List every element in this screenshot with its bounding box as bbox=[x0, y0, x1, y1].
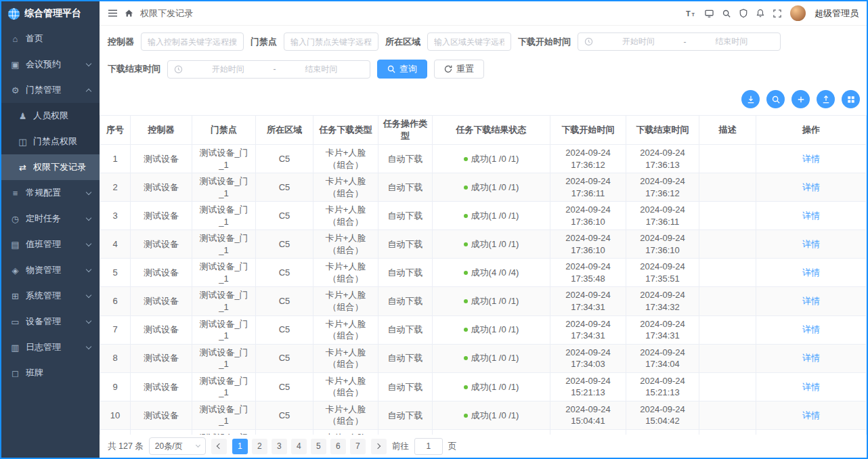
svg-text:T: T bbox=[686, 9, 691, 18]
page-button-2[interactable]: 2 bbox=[252, 439, 267, 454]
sidebar-item-label: 定时任务 bbox=[26, 213, 81, 225]
cell-status: 成功(1 /0 /1) bbox=[433, 287, 550, 315]
monitor-icon[interactable] bbox=[705, 9, 714, 18]
reset-button[interactable]: 重置 bbox=[434, 60, 484, 79]
cell-download-type: 卡片+人脸（组合） bbox=[313, 429, 378, 435]
sidebar-item-home[interactable]: ⌂首页 bbox=[1, 26, 100, 51]
sidebar-item-transfer[interactable]: ⇄权限下发记录 bbox=[1, 154, 100, 180]
status-success-dot bbox=[464, 299, 468, 303]
column-header: 任务下载结果状态 bbox=[433, 116, 550, 145]
download-end-range-picker[interactable]: 开始时间 - 结束时间 bbox=[167, 60, 370, 79]
cell-end-time: 2024-09-24 15:04:42 bbox=[626, 401, 699, 429]
goto-page-input[interactable] bbox=[414, 438, 443, 455]
sidebar-item-log[interactable]: ▥日志管理 bbox=[1, 334, 100, 360]
page-button-5[interactable]: 5 bbox=[311, 439, 326, 454]
grid-button[interactable] bbox=[842, 90, 860, 108]
controller-input[interactable] bbox=[141, 32, 244, 51]
sidebar-item-timer[interactable]: ◷定时任务 bbox=[1, 206, 100, 232]
cell-download-type: 卡片+人脸（组合） bbox=[313, 202, 378, 230]
download-button[interactable] bbox=[741, 90, 760, 108]
sidebar-item-label: 权限下发记录 bbox=[33, 161, 91, 173]
detail-link[interactable]: 详情 bbox=[802, 182, 820, 192]
upload-button[interactable] bbox=[817, 90, 835, 108]
prev-page-button[interactable] bbox=[211, 439, 227, 454]
search-button[interactable] bbox=[766, 90, 785, 108]
sidebar-item-device[interactable]: ▭设备管理 bbox=[1, 309, 100, 334]
user-menu[interactable]: 超级管理员 bbox=[815, 7, 859, 20]
detail-link[interactable]: 详情 bbox=[802, 211, 820, 221]
cell-operation-type: 自动下载 bbox=[378, 230, 433, 259]
cell-area: C5 bbox=[256, 259, 313, 287]
home-icon[interactable] bbox=[125, 9, 133, 18]
door-input[interactable] bbox=[284, 32, 378, 51]
access-icon: ⚙ bbox=[10, 85, 20, 95]
detail-link[interactable]: 详情 bbox=[802, 410, 820, 420]
cell-description bbox=[699, 344, 756, 372]
status-success-dot bbox=[464, 328, 468, 332]
page-button-4[interactable]: 4 bbox=[291, 439, 307, 454]
menu-toggle-icon[interactable] bbox=[108, 9, 118, 18]
chevron-down-icon bbox=[86, 266, 91, 271]
status-success-dot bbox=[464, 356, 468, 360]
download-start-range-picker[interactable]: 开始时间 - 结束时间 bbox=[578, 32, 781, 51]
search-icon[interactable] bbox=[722, 9, 731, 18]
page-button-3[interactable]: 3 bbox=[272, 439, 287, 454]
sidebar-item-door[interactable]: ◫门禁点权限 bbox=[1, 129, 100, 154]
detail-link[interactable]: 详情 bbox=[802, 267, 820, 278]
area-input[interactable] bbox=[427, 32, 511, 51]
page-suffix: 页 bbox=[448, 441, 457, 452]
cell-index: 2 bbox=[100, 173, 131, 202]
notification-icon[interactable] bbox=[756, 9, 764, 18]
fullscreen-icon[interactable] bbox=[773, 9, 781, 18]
sidebar-item-system[interactable]: ⊞系统管理 bbox=[1, 283, 100, 309]
sidebar-item-person[interactable]: ♟人员权限 bbox=[1, 103, 100, 129]
detail-link[interactable]: 详情 bbox=[802, 154, 820, 164]
sidebar-item-config[interactable]: ≡常规配置 bbox=[1, 180, 100, 206]
detail-link[interactable]: 详情 bbox=[802, 296, 820, 306]
cell-description bbox=[699, 145, 756, 173]
reset-button-label: 重置 bbox=[456, 63, 474, 75]
cell-index: 3 bbox=[100, 202, 131, 230]
sidebar-item-duty[interactable]: ▤值班管理 bbox=[1, 232, 100, 257]
cell-end-time: 2024-09-24 17:34:04 bbox=[626, 344, 699, 372]
meeting-icon: ▣ bbox=[10, 60, 20, 70]
status-text: 成功(1 /0 /1) bbox=[471, 239, 519, 249]
app-logo: 综合管理平台 bbox=[1, 1, 100, 26]
detail-link[interactable]: 详情 bbox=[802, 239, 820, 249]
sidebar-item-board[interactable]: ◻班牌 bbox=[1, 360, 100, 386]
sidebar-item-material[interactable]: ◈物资管理 bbox=[1, 257, 100, 283]
table-row: 5 测试设备 测试设备_门_1 C5 卡片+人脸（组合） 自动下载 成功(4 /… bbox=[100, 259, 867, 287]
detail-link[interactable]: 详情 bbox=[802, 382, 820, 392]
add-button[interactable] bbox=[791, 90, 810, 108]
font-size-icon[interactable]: TT bbox=[686, 9, 696, 18]
refresh-icon bbox=[444, 65, 452, 73]
cell-action: 详情 bbox=[756, 202, 867, 230]
page-button-6[interactable]: 6 bbox=[330, 439, 346, 454]
table-row: 10 测试设备 测试设备_门_1 C5 卡片+人脸（组合） 自动下载 成功(1 … bbox=[100, 401, 867, 429]
page-button-7[interactable]: 7 bbox=[350, 439, 366, 454]
header-actions: TT 超级管理员 bbox=[686, 5, 859, 21]
status-success-dot bbox=[464, 242, 468, 246]
page-size-select[interactable]: 20条/页 bbox=[149, 437, 206, 455]
clock-icon bbox=[174, 65, 183, 74]
page-button-1[interactable]: 1 bbox=[232, 439, 248, 454]
cell-index: 5 bbox=[100, 259, 131, 287]
avatar[interactable] bbox=[790, 5, 806, 21]
next-page-button[interactable] bbox=[371, 439, 387, 454]
cell-download-type: 卡片+人脸（组合） bbox=[313, 145, 378, 173]
sidebar-item-access[interactable]: ⚙门禁管理 bbox=[1, 77, 100, 103]
cell-start-time: 2024-09-24 17:36:12 bbox=[550, 145, 626, 173]
detail-link[interactable]: 详情 bbox=[802, 353, 820, 363]
sidebar-item-label: 常规配置 bbox=[26, 187, 81, 199]
theme-icon[interactable] bbox=[739, 9, 747, 18]
cell-start-time: 2024-09-24 15:04:40 bbox=[550, 429, 626, 435]
logo-globe-icon bbox=[7, 7, 20, 20]
chevron-left-icon bbox=[217, 443, 222, 449]
search-button[interactable]: 查询 bbox=[377, 60, 427, 79]
chevron-right-icon bbox=[375, 443, 381, 449]
status-text: 成功(1 /0 /1) bbox=[471, 324, 519, 334]
sidebar-item-meeting[interactable]: ▣会议预约 bbox=[1, 51, 100, 77]
detail-link[interactable]: 详情 bbox=[802, 324, 820, 334]
cell-door: 测试设备_门_1 bbox=[192, 230, 256, 259]
sidebar-item-label: 日志管理 bbox=[26, 341, 81, 353]
